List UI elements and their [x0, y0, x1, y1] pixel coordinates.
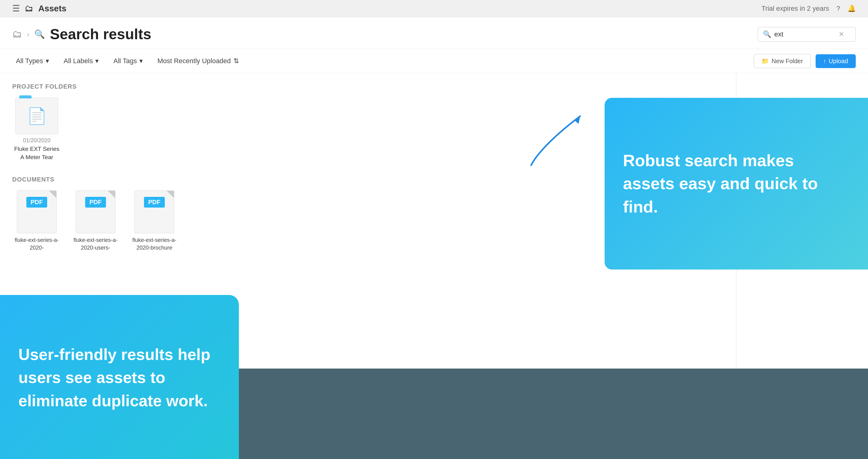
new-folder-icon: 📁 [762, 57, 769, 65]
project-folders-section-label: PROJECT FOLDERS [12, 83, 856, 90]
toolbar-row: All Types ▾ All Labels ▾ All Tags ▾ Most… [0, 49, 868, 73]
filter-group: All Types ▾ All Labels ▾ All Tags ▾ Most… [12, 55, 243, 67]
upload-icon: ↑ [823, 58, 826, 65]
folder-thumbnail: 📄 [15, 97, 58, 134]
page-title: Search results [50, 26, 151, 42]
help-icon[interactable]: ? [836, 5, 840, 12]
doc-thumbnail: PDF [76, 191, 116, 233]
breadcrumb: 🗂 › 🔍 Search results [12, 26, 151, 42]
doc-name: fluke-ext-series-a-2020- [12, 236, 61, 252]
pdf-badge: PDF [26, 197, 47, 207]
pdf-badge: PDF [85, 197, 106, 207]
breadcrumb-home-icon[interactable]: 🗂 [12, 29, 22, 40]
right-callout: Robust search makes assets easy and quic… [604, 98, 868, 269]
new-folder-button[interactable]: 📁 New Folder [754, 54, 810, 68]
search-input-icon: 🔍 [763, 30, 771, 38]
breadcrumb-search-icon: 🔍 [34, 29, 45, 39]
doc-thumbnail: PDF [134, 191, 174, 233]
notification-icon[interactable]: 🔔 [847, 5, 856, 12]
folder-tab [19, 95, 32, 98]
doc-fold [166, 191, 174, 198]
all-tags-label: All Tags [113, 57, 137, 65]
bottom-callout-text: User-friendly results help users see ass… [19, 343, 220, 412]
all-tags-filter[interactable]: All Tags ▾ [110, 55, 146, 67]
breadcrumb-separator: › [27, 30, 29, 39]
sort-filter[interactable]: Most Recently Uploaded ⇅ [154, 55, 243, 67]
search-input[interactable] [774, 30, 836, 38]
doc-name: fluke-ext-series-a-2020-brochure [130, 236, 179, 252]
upload-button[interactable]: ↑ Upload [816, 54, 856, 68]
all-labels-chevron-icon: ▾ [95, 57, 99, 65]
app-icon: 🗂 [25, 3, 33, 13]
sort-chevron-icon: ⇅ [234, 57, 239, 65]
main-content: PROJECT FOLDERS 📄 01/20/2020 Fluke EXT S… [0, 73, 868, 459]
search-input-wrap[interactable]: 🔍 ✕ [758, 27, 856, 42]
sort-label: Most Recently Uploaded [157, 57, 231, 65]
header-area: 🗂 › 🔍 Search results 🔍 ✕ [0, 17, 868, 49]
trial-text: Trial expires in 2 years [762, 5, 829, 12]
search-clear-icon[interactable]: ✕ [839, 30, 844, 38]
doc-fold [49, 191, 56, 198]
doc-item[interactable]: PDF fluke-ext-series-a-2020-brochure [130, 191, 179, 252]
search-box-wrap: 🔍 ✕ [758, 27, 856, 42]
folder-date: 01/20/2020 [23, 137, 51, 144]
app-title: Assets [38, 4, 66, 13]
bottom-callout: User-friendly results help users see ass… [0, 295, 239, 459]
all-labels-filter[interactable]: All Labels ▾ [60, 55, 102, 67]
upload-label: Upload [829, 58, 848, 65]
all-types-filter[interactable]: All Types ▾ [12, 55, 53, 67]
all-labels-label: All Labels [64, 57, 93, 65]
doc-name: fluke-ext-series-a-2020-users- [71, 236, 120, 252]
hamburger-menu-icon[interactable]: ☰ [12, 3, 20, 13]
top-bar-left: ☰ 🗂 Assets [12, 3, 66, 13]
all-types-chevron-icon: ▾ [45, 57, 49, 65]
all-types-label: All Types [16, 57, 43, 65]
doc-fold [108, 191, 115, 198]
action-group: 📁 New Folder ↑ Upload [754, 54, 856, 68]
top-bar: ☰ 🗂 Assets Trial expires in 2 years ? 🔔 [0, 0, 868, 17]
new-folder-label: New Folder [772, 58, 803, 65]
right-callout-text: Robust search makes assets easy and quic… [623, 149, 849, 219]
doc-item[interactable]: PDF fluke-ext-series-a-2020- [12, 191, 61, 252]
pdf-badge: PDF [144, 197, 165, 207]
top-bar-right: Trial expires in 2 years ? 🔔 [762, 5, 856, 12]
folder-doc-icon: 📄 [27, 107, 47, 125]
doc-item[interactable]: PDF fluke-ext-series-a-2020-users- [71, 191, 120, 252]
folder-item[interactable]: 📄 01/20/2020 Fluke EXT Series A Meter Te… [12, 97, 61, 161]
all-tags-chevron-icon: ▾ [140, 57, 143, 65]
folder-name: Fluke EXT Series A Meter Tear [12, 145, 61, 161]
doc-thumbnail: PDF [17, 191, 57, 233]
